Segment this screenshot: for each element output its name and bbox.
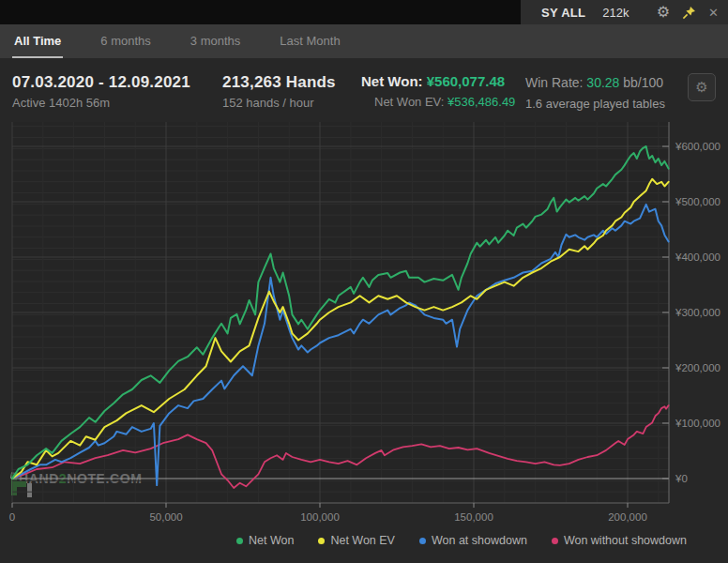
total-hands: 213,263 Hands: [222, 73, 336, 92]
svg-text:¥100,000: ¥100,000: [675, 418, 720, 429]
net-won-ev-value: ¥536,486.49: [447, 95, 515, 109]
won-at-showdown-dot-icon: [419, 538, 426, 544]
legend-item-net-won[interactable]: Net Won: [236, 534, 294, 547]
tab-last-month[interactable]: Last Month: [278, 24, 341, 58]
svg-text:¥0: ¥0: [675, 473, 688, 484]
svg-text:¥400,000: ¥400,000: [675, 251, 720, 263]
svg-text:0: 0: [9, 511, 15, 523]
legend-item-won-without-showdown[interactable]: Won without showdown: [552, 534, 687, 547]
legend-item-won-at-showdown[interactable]: Won at showdown: [419, 534, 527, 547]
net-won-value: ¥560,077.48: [427, 73, 505, 89]
net-won-label: Net Won:: [361, 73, 423, 89]
chart-legend: Net Won Net Won EV Won at showdown Won w…: [236, 534, 687, 547]
svg-text:¥500,000: ¥500,000: [675, 196, 720, 207]
graph-settings-button[interactable]: ⚙: [688, 73, 716, 101]
settings-gear-icon[interactable]: ⚙: [657, 5, 670, 20]
hands-per-hour: 152 hands / hour: [222, 96, 336, 110]
player-name: SY ALL: [541, 6, 585, 20]
win-rate-label: Win Rate:: [525, 75, 583, 90]
tab-3-months[interactable]: 3 months: [189, 24, 242, 58]
svg-text:150,000: 150,000: [454, 511, 493, 523]
svg-text:¥600,000: ¥600,000: [675, 141, 720, 152]
summary-stats-row: 07.03.2020 - 12.09.2021 Active 1402h 56m…: [0, 58, 728, 122]
hands-count-badge: 212k: [602, 6, 629, 20]
chart-plot-area: ¥0¥100,000¥200,000¥300,000¥400,000¥500,0…: [0, 122, 728, 527]
win-rate-unit: bb/100: [623, 75, 663, 90]
title-bar-segment: SY ALL 212k ⚙ ✕: [521, 0, 728, 24]
hand2note-graph-window: SY ALL 212k ⚙ ✕ All Time 6 months 3 mont…: [0, 0, 728, 563]
date-range: 07.03.2020 - 12.09.2021: [12, 73, 190, 92]
svg-text:200,000: 200,000: [608, 511, 647, 523]
tab-6-months[interactable]: 6 months: [99, 24, 152, 58]
title-bar: SY ALL 212k ⚙ ✕: [0, 0, 728, 24]
svg-text:¥200,000: ¥200,000: [675, 362, 720, 373]
net-won-ev-label: Net Won EV:: [374, 95, 444, 109]
svg-text:100,000: 100,000: [300, 511, 340, 523]
net-won-ev-dot-icon: [318, 538, 325, 544]
legend-item-net-won-ev[interactable]: Net Won EV: [318, 534, 395, 547]
svg-text:50,000: 50,000: [149, 511, 182, 523]
pin-icon[interactable]: [682, 6, 696, 20]
win-rate-value: 30.28: [586, 75, 619, 90]
tab-all-time[interactable]: All Time: [12, 24, 63, 58]
close-icon[interactable]: ✕: [708, 7, 719, 19]
svg-text:¥300,000: ¥300,000: [675, 307, 720, 318]
avg-tables: 1.6 average played tables: [525, 97, 665, 111]
time-range-tabs: All Time 6 months 3 months Last Month: [0, 24, 728, 58]
active-time: Active 1402h 56m: [12, 96, 190, 110]
winnings-chart: HAND2NOTE.COM ¥0¥100,000¥200,000¥300,000…: [0, 122, 728, 527]
won-without-showdown-dot-icon: [552, 538, 558, 544]
net-won-dot-icon: [236, 538, 243, 544]
